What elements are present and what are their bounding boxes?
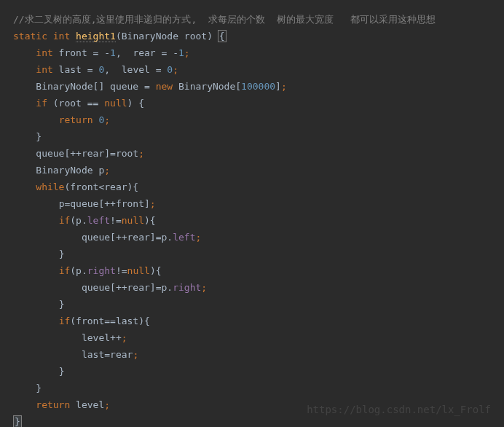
code-line: while(front<rear){ — [13, 179, 491, 195]
code-line: return 0; — [13, 111, 491, 128]
code-line: int front = -1, rear = -1; — [13, 44, 491, 61]
code-line: } — [13, 246, 491, 262]
code-line: static int height1(BinaryNode root) { — [13, 28, 491, 44]
code-line: p=queue[++front]; — [13, 195, 491, 212]
code-editor[interactable]: //求二叉树的高度,这里使用非递归的方式, 求每层的个数 树的最大宽度 都可以采… — [13, 11, 491, 427]
method-name: height1 — [76, 31, 116, 42]
comment: //求二叉树的高度,这里使用非递归的方式, 求每层的个数 树的最大宽度 都可以采… — [13, 14, 436, 25]
code-line: //求二叉树的高度,这里使用非递归的方式, 求每层的个数 树的最大宽度 都可以采… — [13, 11, 491, 28]
watermark: https://blog.csdn.net/lx_Frolf — [307, 401, 491, 418]
code-line: queue[++rear]=p.left; — [13, 229, 491, 246]
code-line: if(front==last){ — [13, 313, 491, 329]
code-line: } — [13, 363, 491, 380]
code-line: queue[++rear]=root; — [13, 145, 491, 162]
code-line: level++; — [13, 329, 491, 346]
code-line: if(p.left!=null){ — [13, 212, 491, 229]
code-line: } — [13, 380, 491, 396]
code-line: } — [13, 128, 491, 145]
code-line: BinaryNode p; — [13, 162, 491, 179]
code-line: BinaryNode[] queue = new BinaryNode[1000… — [13, 78, 491, 95]
code-line: last=rear; — [13, 346, 491, 363]
code-line: } — [13, 296, 491, 313]
code-line: queue[++rear]=p.right; — [13, 279, 491, 296]
code-line: if (root == null) { — [13, 95, 491, 111]
brace-highlight: { — [218, 30, 227, 42]
code-line: int last = 0, level = 0; — [13, 61, 491, 78]
cursor-brace: } — [13, 415, 22, 427]
code-line: if(p.right!=null){ — [13, 262, 491, 279]
